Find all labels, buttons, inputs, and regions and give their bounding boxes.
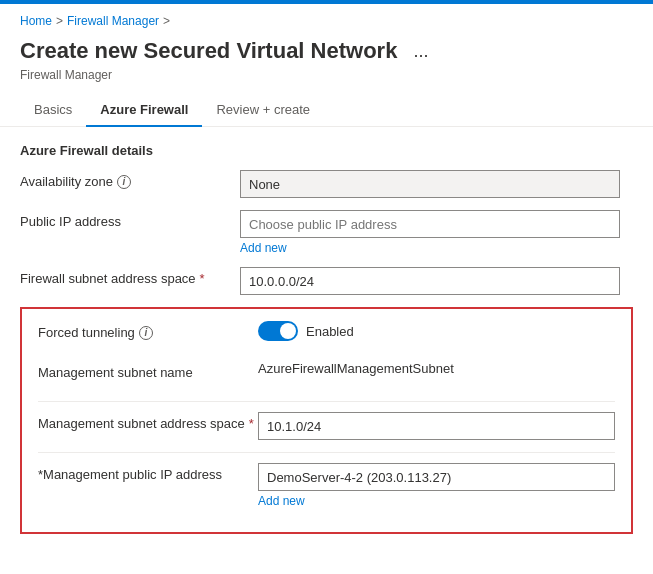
public-ip-value: Add new: [240, 210, 633, 255]
forced-tunneling-value: Enabled: [258, 321, 615, 341]
page-subtitle: Firewall Manager: [0, 68, 653, 94]
firewall-subnet-value: [240, 267, 633, 295]
toggle-thumb: [280, 323, 296, 339]
management-subnet-address-value: [258, 412, 615, 440]
toggle-container: Enabled: [258, 321, 615, 341]
breadcrumb-sep1: >: [56, 14, 63, 28]
ellipsis-button[interactable]: ...: [407, 39, 434, 64]
section-title: Azure Firewall details: [20, 143, 633, 158]
management-subnet-address-row: Management subnet address space *: [38, 412, 615, 440]
page-header: Create new Secured Virtual Network ...: [0, 34, 653, 68]
forced-tunneling-info-icon[interactable]: i: [139, 326, 153, 340]
breadcrumb-firewall-manager[interactable]: Firewall Manager: [67, 14, 159, 28]
management-subnet-name-value: AzureFirewallManagementSubnet: [258, 361, 615, 376]
public-ip-label: Public IP address: [20, 210, 240, 229]
public-ip-input[interactable]: [240, 210, 620, 238]
public-ip-row: Public IP address Add new: [20, 210, 633, 255]
management-public-ip-add-new-link[interactable]: Add new: [258, 494, 615, 508]
management-subnet-name-row: Management subnet name AzureFirewallMana…: [38, 361, 615, 389]
breadcrumb: Home > Firewall Manager >: [0, 4, 653, 34]
tab-review-create[interactable]: Review + create: [202, 94, 324, 127]
availability-zone-row: Availability zone i: [20, 170, 633, 198]
firewall-subnet-required-star: *: [200, 271, 205, 286]
tab-basics[interactable]: Basics: [20, 94, 86, 127]
page-title: Create new Secured Virtual Network: [20, 38, 397, 64]
availability-zone-input[interactable]: [240, 170, 620, 198]
forced-tunneling-label: Forced tunneling i: [38, 321, 258, 340]
management-public-ip-label: *Management public IP address: [38, 463, 258, 482]
availability-zone-info-icon[interactable]: i: [117, 175, 131, 189]
management-subnet-address-label: Management subnet address space *: [38, 412, 258, 431]
management-subnet-name-text: AzureFirewallManagementSubnet: [258, 357, 454, 376]
breadcrumb-home[interactable]: Home: [20, 14, 52, 28]
divider: [38, 401, 615, 402]
tab-bar: Basics Azure Firewall Review + create: [0, 94, 653, 127]
tab-azure-firewall[interactable]: Azure Firewall: [86, 94, 202, 127]
forced-tunneling-toggle[interactable]: [258, 321, 298, 341]
firewall-subnet-label: Firewall subnet address space *: [20, 267, 240, 286]
management-subnet-name-label: Management subnet name: [38, 361, 258, 380]
toggle-label: Enabled: [306, 324, 354, 339]
public-ip-add-new-link[interactable]: Add new: [240, 241, 633, 255]
breadcrumb-sep2: >: [163, 14, 170, 28]
management-public-ip-value: Add new: [258, 463, 615, 508]
availability-zone-label: Availability zone i: [20, 170, 240, 189]
management-public-ip-input[interactable]: [258, 463, 615, 491]
azure-firewall-section: Azure Firewall details Availability zone…: [0, 143, 653, 295]
firewall-subnet-input[interactable]: [240, 267, 620, 295]
availability-zone-value: [240, 170, 633, 198]
firewall-subnet-row: Firewall subnet address space *: [20, 267, 633, 295]
divider2: [38, 452, 615, 453]
management-public-ip-row: *Management public IP address Add new: [38, 463, 615, 508]
management-subnet-address-required-star: *: [249, 416, 254, 431]
management-subnet-address-input[interactable]: [258, 412, 615, 440]
forced-tunneling-box: Forced tunneling i Enabled Management su…: [20, 307, 633, 534]
forced-tunneling-row: Forced tunneling i Enabled: [38, 321, 615, 349]
